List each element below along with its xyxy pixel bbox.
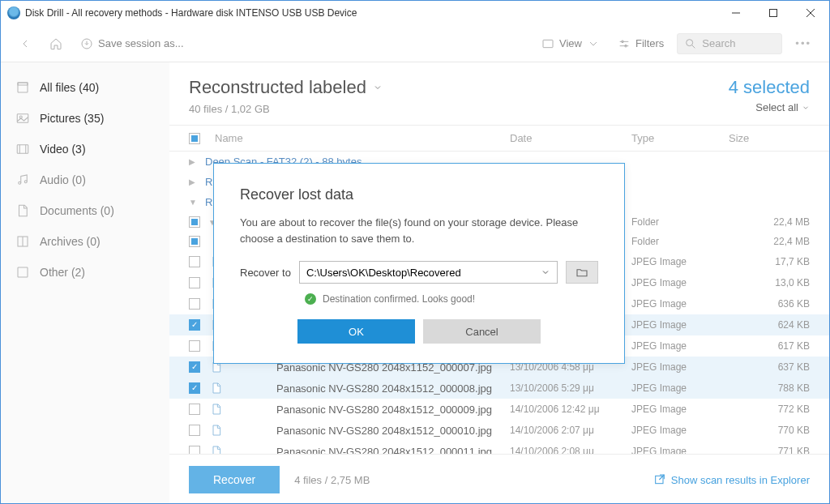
ok-button[interactable]: OK [297, 319, 415, 344]
cancel-button[interactable]: Cancel [423, 319, 541, 344]
destination-confirm: ✓ Destination confirmed. Looks good! [240, 293, 598, 305]
dialog-body: You are about to recover the file(s) fou… [240, 215, 598, 246]
recover-dialog: Recover lost data You are about to recov… [213, 163, 625, 364]
check-icon: ✓ [305, 293, 316, 305]
dialog-title: Recover lost data [240, 186, 598, 203]
dialog-backdrop: Recover lost data You are about to recov… [1, 1, 829, 503]
recover-to-label: Recover to [240, 267, 291, 279]
destination-combo[interactable]: C:\Users\OK\Desktop\Recovered [299, 261, 558, 284]
browse-button[interactable] [566, 261, 598, 284]
